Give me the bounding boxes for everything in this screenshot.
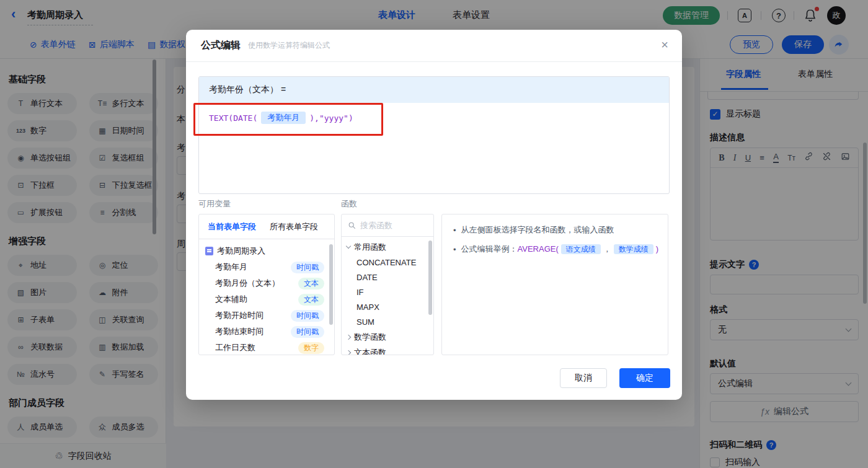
variable-row[interactable]: 考勤结束时间 时间戳 (199, 324, 334, 340)
type-badge: 时间戳 (291, 326, 324, 338)
example-field-chip: 语文成绩 (561, 244, 601, 254)
type-badge: 时间戳 (291, 262, 324, 273)
example-comma: ， (603, 244, 611, 254)
search-placeholder: 搜索函数 (360, 220, 392, 231)
function-group-text[interactable]: 文本函数 (342, 345, 433, 355)
variable-row[interactable]: 文本辅助 文本 (199, 291, 334, 307)
formula-code-area[interactable]: TEXT(DATE( 考勤年月 ),"yyyy") (199, 103, 669, 133)
function-item[interactable]: IF (342, 285, 433, 299)
hint-line-1: • 从左侧面板选择字段名和函数，或输入函数 (453, 224, 657, 236)
variables-panel: 当前表单字段 所有表单字段 考勤周期录入 考勤年月 时间戳 考勤月份（文本） 文… (198, 214, 335, 355)
function-item[interactable]: SUM (342, 314, 433, 329)
variable-row[interactable]: 工作日天数 数字 (199, 340, 334, 355)
tab-current-form-fields[interactable]: 当前表单字段 (208, 221, 256, 232)
function-item[interactable]: MAPX (342, 299, 433, 314)
hint-text: 从左侧面板选择字段名和函数，或输入函数 (461, 224, 614, 236)
chevron-down-icon (346, 244, 351, 249)
hint-line-2: • 公式编辑举例：AVERAGE(语文成绩，数学成绩) (453, 244, 657, 255)
bullet: • (453, 226, 456, 235)
dialog-title: 公式编辑 (201, 39, 241, 52)
function-item[interactable]: CONCATENATE (342, 255, 433, 270)
type-badge: 数字 (298, 342, 324, 354)
chevron-right-icon (346, 350, 351, 355)
hint-example-prefix: 公式编辑举例： (461, 244, 518, 254)
formula-suffix-token: ),"yyyy") (309, 113, 353, 123)
bullet: • (453, 245, 456, 254)
example-function-token: AVERAGE( (518, 244, 559, 254)
group-label: 数学函数 (354, 332, 386, 343)
function-group-common[interactable]: 常用函数 (342, 239, 433, 255)
variable-name: 考勤结束时间 (215, 326, 264, 337)
close-icon[interactable]: × (661, 38, 668, 51)
type-badge: 文本 (298, 294, 324, 306)
function-item[interactable]: DATE (342, 270, 433, 285)
form-doc-icon (205, 247, 213, 255)
type-badge: 文本 (298, 278, 324, 289)
functions-panel: 搜索函数 常用函数 CONCATENATE DATE IF MAPX SUM 数… (341, 214, 434, 355)
dialog-header: 公式编辑 使用数学运算符编辑公式 × (186, 30, 682, 62)
hint-panel: • 从左侧面板选择字段名和函数，或输入函数 • 公式编辑举例：AVERAGE(语… (441, 214, 668, 355)
variables-scrollbar[interactable] (329, 244, 333, 325)
confirm-button[interactable]: 确定 (619, 368, 670, 388)
function-group-math[interactable]: 数学函数 (342, 329, 433, 345)
tree-root-label: 考勤周期录入 (217, 245, 265, 257)
variables-label: 可用变量 (198, 198, 231, 210)
tree-root-form[interactable]: 考勤周期录入 (199, 243, 334, 259)
variable-row[interactable]: 考勤开始时间 时间戳 (199, 307, 334, 324)
group-label: 文本函数 (354, 347, 386, 356)
search-icon (348, 221, 356, 229)
example-field-chip: 数学成绩 (614, 244, 653, 254)
variable-name: 考勤开始时间 (215, 310, 264, 321)
functions-scrollbar[interactable] (428, 241, 432, 315)
formula-function-token: TEXT(DATE( (209, 113, 257, 123)
formula-editor-box: 考勤年份（文本） = TEXT(DATE( 考勤年月 ),"yyyy") (198, 76, 670, 194)
variable-row[interactable]: 考勤月份（文本） 文本 (199, 275, 334, 291)
variable-name: 考勤月份（文本） (215, 278, 280, 289)
variables-tabs: 当前表单字段 所有表单字段 (199, 214, 334, 239)
function-search[interactable]: 搜索函数 (342, 214, 433, 237)
example-close-paren: ) (656, 244, 658, 254)
cancel-button[interactable]: 取消 (560, 368, 607, 388)
variable-name: 文本辅助 (215, 294, 247, 305)
variable-name: 工作日天数 (215, 342, 255, 353)
dialog-subtitle: 使用数学运算符编辑公式 (248, 40, 330, 51)
formula-editor-dialog: 公式编辑 使用数学运算符编辑公式 × 考勤年份（文本） = TEXT(DATE(… (186, 30, 682, 400)
functions-label: 函数 (341, 198, 357, 210)
type-badge: 时间戳 (291, 310, 324, 322)
chevron-right-icon (346, 334, 351, 339)
tab-all-form-fields[interactable]: 所有表单字段 (270, 221, 318, 232)
variable-name: 考勤年月 (215, 262, 247, 273)
formula-field-chip: 考勤年月 (261, 112, 306, 124)
group-label: 常用函数 (354, 242, 386, 253)
variable-row[interactable]: 考勤年月 时间戳 (199, 259, 334, 275)
formula-target-line: 考勤年份（文本） = (199, 77, 669, 103)
